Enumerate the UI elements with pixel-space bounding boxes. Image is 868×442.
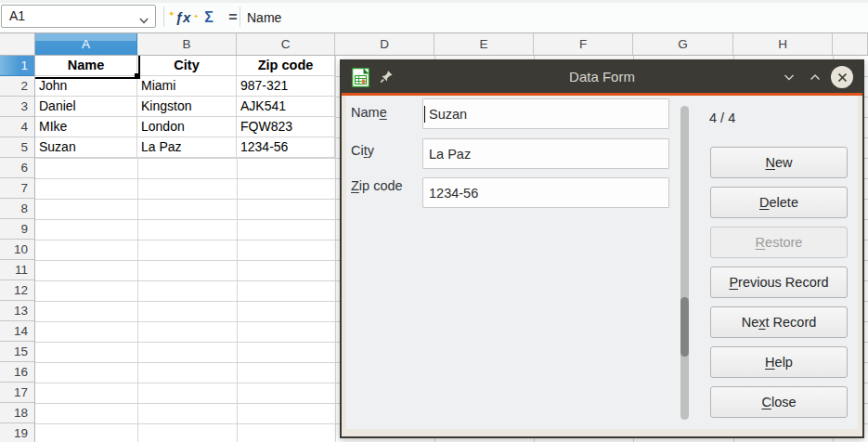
delete-button[interactable]: Delete [710, 187, 848, 218]
selected-cell-border [35, 56, 140, 79]
cell-B2[interactable]: Miami [137, 76, 237, 97]
cell-C4[interactable]: FQW823 [237, 117, 335, 137]
zip-code-field[interactable] [422, 177, 669, 208]
cell-A4[interactable]: MIke [35, 117, 137, 137]
record-scrollbar-thumb[interactable] [680, 297, 689, 357]
cell-A3[interactable]: Daniel [35, 97, 137, 117]
cell-B3[interactable]: Kingston [137, 97, 237, 117]
column-header-G[interactable]: G [633, 33, 733, 55]
row-header-12[interactable]: 12 [0, 280, 34, 301]
close-button[interactable]: Close [710, 386, 848, 418]
sum-icon[interactable]: Σ [197, 4, 221, 32]
row-header-14[interactable]: 14 [0, 321, 34, 342]
column-header-B[interactable]: B [137, 33, 237, 55]
row-headers: 12345678910111213141516171819 [0, 56, 35, 442]
namebox-dropdown-icon[interactable] [138, 11, 149, 32]
grid-line [335, 56, 336, 442]
row-header-8[interactable]: 8 [0, 199, 34, 219]
cell-C2[interactable]: 987-321 [237, 76, 335, 97]
column-header-A[interactable]: A [35, 33, 137, 55]
column-header-H[interactable]: H [733, 33, 833, 55]
new-button[interactable]: New [710, 147, 848, 178]
close-icon[interactable] [831, 66, 853, 88]
column-header-F[interactable]: F [534, 33, 633, 55]
city-field[interactable] [422, 138, 669, 169]
column-headers: ABCDEFGH [35, 33, 868, 56]
row-header-16[interactable]: 16 [0, 362, 34, 383]
name-box-value: A1 [9, 8, 25, 23]
data-form-dialog: Data Form NameCityZip code 4 / 4 NewD [340, 59, 864, 438]
dialog-content: NameCityZip code 4 / 4 NewDeleteRestoreP… [346, 96, 858, 429]
row-header-1[interactable]: 1 [0, 56, 34, 76]
unshade-chevron-up-icon[interactable] [803, 61, 827, 93]
shade-chevron-down-icon[interactable] [777, 61, 801, 93]
cell-B4[interactable]: London [137, 117, 237, 137]
function-wizard-icon[interactable]: ✦ ƒx ✦ [170, 4, 196, 32]
row-header-15[interactable]: 15 [0, 342, 34, 362]
column-header-C[interactable]: C [237, 33, 335, 55]
record-indicator: 4 / 4 [709, 110, 735, 125]
name-box[interactable]: A1 [1, 5, 156, 28]
row-header-2[interactable]: 2 [0, 76, 34, 97]
name-label: Name [351, 105, 387, 120]
cell-C1[interactable]: Zip code [237, 56, 335, 76]
column-header-partial[interactable] [833, 33, 868, 55]
row-header-13[interactable]: 13 [0, 301, 34, 321]
zip-code-label: Zip code [351, 178, 403, 193]
row-header-6[interactable]: 6 [0, 158, 34, 178]
row-header-4[interactable]: 4 [0, 117, 34, 137]
row-header-10[interactable]: 10 [0, 240, 34, 260]
select-all-corner[interactable] [0, 33, 35, 56]
restore-button: Restore [710, 227, 848, 258]
column-header-D[interactable]: D [335, 33, 434, 55]
text-caret [424, 106, 425, 123]
row-header-11[interactable]: 11 [0, 260, 34, 280]
cell-C5[interactable]: 1234-56 [237, 137, 335, 158]
help-button[interactable]: Help [710, 346, 848, 378]
separator [163, 6, 164, 27]
row-header-7[interactable]: 7 [0, 178, 34, 199]
formula-input[interactable]: Name [247, 4, 281, 32]
record-scrollbar[interactable] [680, 106, 689, 420]
name-field[interactable] [422, 98, 669, 129]
fill-handle[interactable] [135, 73, 140, 79]
cell-B5[interactable]: La Paz [137, 137, 237, 158]
cell-A2[interactable]: John [35, 76, 137, 97]
row-header-17[interactable]: 17 [0, 383, 34, 403]
next-record-button[interactable]: Next Record [710, 306, 848, 338]
libreoffice-calc-window: A1 ✦ ƒx ✦ Σ = Name ABCDEFGH 123456789101… [0, 0, 868, 442]
row-header-5[interactable]: 5 [0, 137, 34, 158]
cell-C3[interactable]: AJK541 [237, 97, 335, 117]
row-header-18[interactable]: 18 [0, 403, 34, 423]
row-header-19[interactable]: 19 [0, 423, 34, 442]
row-header-9[interactable]: 9 [0, 219, 34, 240]
row-header-3[interactable]: 3 [0, 97, 34, 117]
separator [240, 6, 240, 27]
city-label: City [351, 143, 374, 158]
dialog-titlebar[interactable]: Data Form [342, 61, 862, 93]
cell-B1[interactable]: City [137, 56, 237, 76]
formula-bar: A1 ✦ ƒx ✦ Σ = Name [0, 0, 868, 33]
column-header-E[interactable]: E [434, 33, 534, 55]
cell-A5[interactable]: Suzan [35, 137, 137, 158]
previous-record-button[interactable]: Previous Record [710, 266, 848, 298]
